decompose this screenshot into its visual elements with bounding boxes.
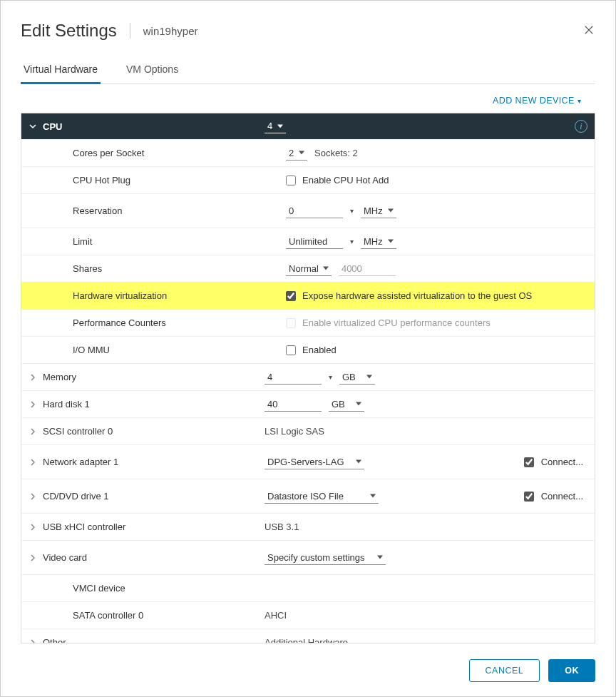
ok-button[interactable]: OK	[548, 659, 595, 682]
add-new-device-button[interactable]: ADD NEW DEVICE ▾	[493, 96, 581, 106]
performance-counters-text: Enable virtualized CPU performance count…	[302, 317, 491, 328]
reservation-input[interactable]	[286, 204, 343, 218]
cancel-button[interactable]: CANCEL	[469, 659, 540, 682]
hard-disk-unit-select[interactable]: GB	[329, 397, 364, 412]
chevron-right-icon[interactable]	[26, 428, 40, 435]
close-icon[interactable]	[582, 24, 595, 39]
cpu-hot-plug-label: CPU Hot Plug	[40, 175, 279, 185]
chevron-down-icon[interactable]: ▾	[329, 373, 332, 381]
reservation-label: Reservation	[40, 205, 279, 216]
shares-level-select[interactable]: Normal	[286, 262, 332, 276]
limit-input[interactable]	[286, 235, 343, 249]
cores-per-socket-label: Cores per Socket	[40, 148, 279, 158]
network-adapter-select[interactable]: DPG-Servers-LAG	[265, 455, 364, 469]
limit-label: Limit	[40, 236, 279, 247]
hardware-panel: CPU 4 i Cores per Socket 2 Sockets: 2 CP…	[21, 113, 595, 643]
chevron-down-icon[interactable]	[26, 123, 40, 130]
network-adapter-label: Network adapter 1	[40, 457, 257, 467]
chevron-down-icon[interactable]: ▾	[350, 238, 354, 245]
performance-counters-checkbox	[286, 318, 296, 328]
chevron-right-icon[interactable]	[26, 554, 40, 561]
network-connect-checkbox[interactable]	[524, 457, 534, 467]
memory-label: Memory	[40, 372, 257, 382]
network-connect-text: Connect...	[541, 457, 583, 467]
cd-dvd-label: CD/DVD drive 1	[40, 491, 257, 502]
limit-unit-select[interactable]: MHz	[361, 235, 396, 249]
usb-controller-value: USB 3.1	[265, 522, 299, 532]
cd-dvd-select[interactable]: Datastore ISO File	[265, 489, 379, 504]
memory-unit-select[interactable]: GB	[339, 370, 375, 385]
cpu-count-select[interactable]: 4	[265, 119, 286, 133]
chevron-down-icon: ▾	[578, 97, 581, 105]
sata-controller-value: AHCI	[265, 610, 287, 621]
shares-label: Shares	[40, 263, 279, 274]
io-mmu-label: I/O MMU	[40, 345, 279, 355]
tab-virtual-hardware[interactable]: Virtual Hardware	[21, 58, 101, 84]
shares-value-input[interactable]	[339, 262, 396, 276]
other-label: Other	[40, 637, 257, 643]
dialog-title: Edit Settings	[21, 21, 117, 41]
chevron-down-icon[interactable]: ▾	[350, 207, 354, 215]
io-mmu-text: Enabled	[302, 345, 337, 355]
io-mmu-checkbox[interactable]	[286, 345, 296, 355]
chevron-right-icon[interactable]	[26, 374, 40, 381]
chevron-right-icon[interactable]	[26, 524, 40, 531]
sockets-text: Sockets: 2	[314, 148, 358, 158]
hardware-virtualization-label: Hardware virtualization	[40, 290, 279, 301]
cores-per-socket-select[interactable]: 2	[286, 146, 307, 161]
chevron-right-icon[interactable]	[26, 493, 40, 500]
vm-name: win19hyper	[143, 25, 198, 37]
reservation-unit-select[interactable]: MHz	[361, 204, 396, 218]
video-card-label: Video card	[40, 552, 257, 563]
chevron-right-icon[interactable]	[26, 459, 40, 466]
cd-connect-text: Connect...	[541, 491, 583, 502]
cd-connect-checkbox[interactable]	[524, 492, 534, 502]
cpu-hot-add-checkbox[interactable]	[286, 175, 296, 185]
add-new-device-label: ADD NEW DEVICE	[493, 96, 575, 106]
scsi-controller-value: LSI Logic SAS	[265, 426, 324, 437]
memory-input[interactable]	[265, 370, 322, 385]
divider	[130, 23, 130, 39]
hard-disk-label: Hard disk 1	[40, 399, 257, 409]
sata-controller-label: SATA controller 0	[40, 610, 257, 621]
cpu-hot-add-text: Enable CPU Hot Add	[302, 175, 389, 185]
other-value: Additional Hardware	[265, 637, 348, 643]
hard-disk-input[interactable]	[265, 397, 322, 412]
tab-vm-options[interactable]: VM Options	[123, 58, 181, 83]
vmci-device-label: VMCI device	[40, 583, 257, 594]
scsi-controller-label: SCSI controller 0	[40, 426, 257, 437]
hardware-virtualization-text: Expose hardware assisted virtualization …	[302, 290, 532, 301]
info-icon[interactable]: i	[575, 120, 587, 133]
usb-controller-label: USB xHCI controller	[40, 522, 257, 532]
video-card-select[interactable]: Specify custom settings	[265, 551, 386, 565]
cpu-label: CPU	[43, 121, 62, 132]
performance-counters-label: Performance Counters	[40, 317, 279, 328]
hardware-virtualization-checkbox[interactable]	[286, 291, 296, 301]
chevron-right-icon[interactable]	[26, 401, 40, 408]
